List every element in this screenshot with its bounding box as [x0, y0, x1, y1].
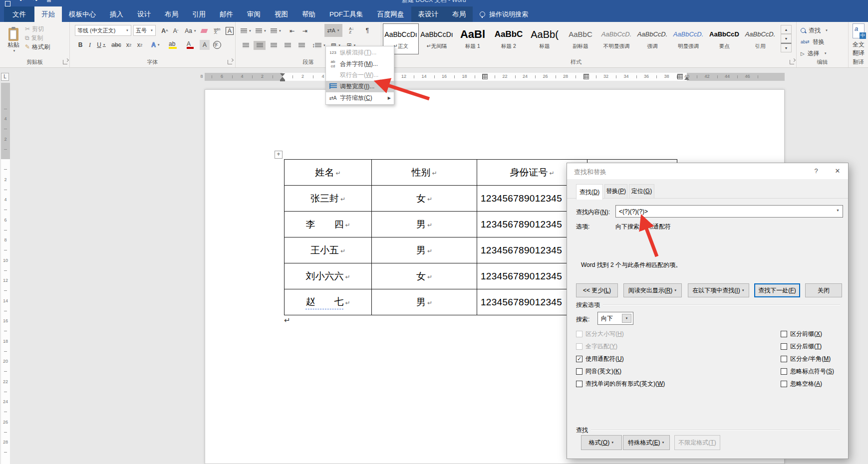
style-strong[interactable]: AaBbCcD要点: [707, 24, 742, 54]
close-icon[interactable]: ✕: [832, 166, 843, 177]
tell-me-search[interactable]: 操作说明搜索: [480, 6, 528, 22]
table-cell[interactable]: 刘小六六↵: [285, 263, 372, 289]
menu-item-combine-characters[interactable]: abcd合并字符(M)...: [326, 58, 394, 70]
checkbox-box[interactable]: [576, 331, 582, 337]
right-indent-marker[interactable]: [684, 77, 689, 80]
checkbox-sounds-like[interactable]: 同音(英文)(K): [576, 367, 621, 376]
tab-mailings[interactable]: 邮件: [213, 6, 240, 22]
font-size-combobox[interactable]: 五号▼: [133, 25, 156, 36]
style-heading1[interactable]: AaBl标题 1: [455, 24, 490, 54]
dialog-title-bar[interactable]: 查找和替换 ? ✕: [567, 163, 848, 179]
find-what-input[interactable]: <(?)(?)(?)> ▼: [615, 205, 843, 218]
checkbox-ignore-punctuation[interactable]: 忽略标点符号(S): [781, 367, 834, 376]
show-hide-marks-button[interactable]: ¶: [361, 24, 373, 37]
gallery-scroll-down-button[interactable]: ▼: [781, 34, 792, 43]
help-button[interactable]: ?: [811, 166, 822, 177]
checkbox-full-half-width[interactable]: 区分全/半角(M): [781, 354, 831, 363]
table-column-marker[interactable]: [583, 74, 589, 79]
select-button[interactable]: ▷选择▼: [801, 49, 844, 58]
phonetic-guide-button[interactable]: wén文: [212, 26, 223, 36]
bullets-button[interactable]: ▼: [240, 26, 253, 36]
tab-references[interactable]: 引用: [185, 6, 213, 22]
tab-help[interactable]: 帮助: [295, 6, 322, 22]
table-column-marker[interactable]: [482, 74, 488, 79]
numbering-button[interactable]: ▼: [255, 26, 268, 36]
tab-pdf-tools[interactable]: PDF工具集: [322, 6, 370, 22]
asian-layout-button[interactable]: ⇄A▼: [324, 24, 342, 37]
bold-button[interactable]: B: [76, 40, 85, 50]
font-color-button[interactable]: A: [183, 40, 198, 50]
tab-stop-selector[interactable]: L: [1, 73, 9, 81]
checkbox-match-suffix[interactable]: 区分后缀(T): [781, 342, 822, 351]
checkbox-box[interactable]: [781, 343, 787, 350]
shrink-font-button[interactable]: Aˇ: [171, 26, 181, 36]
less-button[interactable]: << 更少(L): [576, 283, 618, 297]
gallery-scroll-up-button[interactable]: ▲: [781, 25, 792, 34]
paste-button[interactable]: 粘贴 ▼: [4, 24, 23, 56]
checkbox-box[interactable]: [576, 381, 582, 387]
table-cell[interactable]: 女↵: [372, 186, 477, 212]
strikethrough-button[interactable]: abc: [110, 40, 123, 50]
subscript-button[interactable]: x2: [124, 40, 134, 50]
chevron-down-icon[interactable]: ▼: [622, 314, 631, 323]
checkbox-whole-word[interactable]: 全字匹配(Y): [576, 342, 617, 351]
checkbox-box[interactable]: [576, 343, 582, 350]
menu-item-adjust-width[interactable]: 调整宽度(I)...: [326, 81, 394, 92]
change-case-button[interactable]: Aa▼: [184, 26, 198, 36]
find-replace-dialog[interactable]: 查找和替换 ? ✕ 查找(D) 替换(P) 定位(G) 查找内容(N): <(?…: [567, 163, 849, 459]
format-button[interactable]: 格式(O)▼: [581, 435, 622, 450]
character-border-button[interactable]: A: [225, 26, 235, 36]
table-cell[interactable]: 男↵: [372, 237, 477, 263]
text-highlight-button[interactable]: ab: [165, 40, 181, 50]
style-emphasis[interactable]: AaBbCcD.强调: [635, 24, 670, 54]
tab-layout[interactable]: 布局: [158, 6, 185, 22]
checkbox-use-wildcards[interactable]: ✓使用通配符(U): [576, 354, 624, 363]
grow-font-button[interactable]: A^: [160, 26, 170, 36]
align-left-button[interactable]: [240, 41, 252, 50]
table-cell[interactable]: 张三封↵: [285, 186, 372, 212]
table-cell[interactable]: 姓名↵: [285, 160, 372, 186]
table-cell[interactable]: 李 四↵: [285, 212, 372, 237]
table-column-marker[interactable]: [677, 74, 683, 79]
tab-home[interactable]: 开始: [34, 6, 62, 22]
translate-full-text-button[interactable]: a 中 全文 翻译: [851, 23, 867, 58]
align-right-button[interactable]: [268, 41, 280, 50]
gallery-more-button[interactable]: ▼: [781, 43, 792, 52]
tab-review[interactable]: 审阅: [240, 6, 268, 22]
styles-dialog-launcher-icon[interactable]: [790, 60, 794, 64]
style-heading2[interactable]: AaBbC标题 2: [491, 24, 526, 54]
tab-table-design[interactable]: 表设计: [411, 6, 446, 22]
table-cell[interactable]: 女↵: [372, 263, 477, 289]
left-indent-marker[interactable]: [280, 80, 285, 81]
tab-replace[interactable]: 替换(P): [604, 184, 627, 199]
find-button[interactable]: 查找▼: [801, 26, 844, 35]
horizontal-ruler[interactable]: 8642246810121416182224262832343638404244…: [205, 73, 785, 81]
table-cell[interactable]: 赵 七↵: [285, 289, 372, 315]
tab-insert[interactable]: 插入: [103, 6, 130, 22]
checkbox-all-word-forms[interactable]: 查找单词的所有形式(英文)(W): [576, 379, 665, 388]
chevron-down-icon[interactable]: ▼: [836, 209, 840, 212]
table-cell[interactable]: 男↵: [372, 212, 477, 237]
reading-highlight-button[interactable]: 阅读突出显示(R)▼: [623, 283, 682, 297]
search-direction-select[interactable]: 向下 ▼: [597, 312, 633, 325]
style-subtle-emphasis[interactable]: AaBbCcD.不明显强调: [599, 24, 634, 54]
tab-baidu-pan[interactable]: 百度网盘: [370, 6, 411, 22]
copy-button[interactable]: ⧉复制: [25, 34, 60, 42]
text-effects-button[interactable]: A▼: [149, 40, 163, 50]
checkbox-box[interactable]: [576, 368, 582, 375]
distribute-button[interactable]: [295, 41, 307, 50]
tab-find[interactable]: 查找(D): [576, 184, 603, 200]
font-dialog-launcher-icon[interactable]: [228, 60, 232, 64]
style-quote[interactable]: AaBbCcD.引用: [743, 24, 778, 54]
find-next-button[interactable]: 查找下一处(F): [754, 283, 800, 297]
checkbox-box[interactable]: [781, 368, 787, 375]
tab-table-layout[interactable]: 布局: [445, 6, 473, 22]
align-center-button[interactable]: [254, 41, 266, 50]
enclose-characters-button[interactable]: 字: [212, 40, 223, 50]
character-shading-button[interactable]: A: [200, 40, 210, 50]
checkbox-box[interactable]: ✓: [576, 356, 582, 362]
vertical-ruler[interactable]: 42246810121416182022242628: [1, 83, 10, 464]
superscript-button[interactable]: x2: [135, 40, 145, 50]
close-button[interactable]: 关闭: [805, 283, 842, 297]
find-in-button[interactable]: 在以下项中查找(I)▼: [688, 283, 749, 297]
